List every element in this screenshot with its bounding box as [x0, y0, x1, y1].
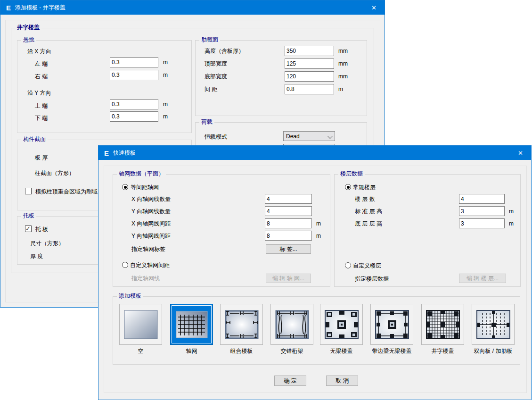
grid-tag-label: 指定轴网标签	[131, 246, 165, 253]
rib-height-input[interactable]	[285, 46, 334, 56]
overhang-bottom-label: 下 端	[35, 115, 48, 122]
group-add-template-caption: 添加模板	[117, 292, 143, 299]
grid-tag-button[interactable]: 标 签...	[266, 244, 311, 254]
group-rib-section-caption: 肋截面	[199, 36, 220, 43]
template-tile-waffle-slab-label: 井字楼盖	[432, 347, 454, 355]
template-tile-grid[interactable]	[170, 304, 213, 345]
equal-spacing-grid-label: 等间距轴网	[131, 184, 159, 191]
template-tile-empty[interactable]	[119, 304, 162, 345]
overhang-right-input[interactable]	[110, 70, 158, 80]
y-grid-spacing-input[interactable]	[265, 231, 312, 241]
overhang-top-input[interactable]	[110, 99, 158, 109]
app-logo-icon: E	[6, 4, 11, 12]
template-composite-slab-icon	[225, 310, 259, 339]
window1-close-icon[interactable]: ✕	[363, 0, 385, 15]
window1-titlebar[interactable]: E 添加模板 - 井字楼盖 ✕	[0, 0, 385, 15]
x-grid-spacing-unit: m	[316, 220, 321, 227]
group-load-caption: 荷载	[199, 118, 214, 125]
dead-load-pattern-select[interactable]: Dead	[283, 131, 335, 141]
typical-story-height-label: 标 准 层 高	[355, 208, 382, 215]
overhang-left-unit: m	[163, 59, 168, 66]
template-empty-icon	[124, 310, 158, 339]
dead-load-pattern-label: 恒载模式	[205, 134, 227, 141]
column-section-label: 柱截面（方形）	[35, 170, 74, 177]
app-logo-icon: E	[104, 149, 109, 157]
x-grid-spacing-input[interactable]	[265, 218, 312, 228]
edit-story-button: 编 辑 楼 层...	[459, 274, 506, 283]
group-grid-data-caption: 轴网数据（平面）	[117, 170, 166, 177]
ok-button[interactable]: 确 定	[274, 376, 306, 386]
rib-spacing-label: 间 距	[205, 86, 217, 93]
template-tile-two-way-ribbed[interactable]	[472, 304, 515, 345]
overhang-dir-x-label: 沿 X 方向	[27, 48, 51, 55]
window2-title: 快速模板	[113, 149, 136, 157]
bottom-story-height-input[interactable]	[459, 218, 505, 228]
rigid-zone-checkbox-label: 模拟柱顶重合区域为刚域	[35, 188, 98, 195]
rib-top-width-label: 顶部宽度	[205, 60, 227, 67]
template-grid-icon	[176, 311, 208, 338]
custom-grid-spacing-radio[interactable]	[122, 262, 128, 268]
bottom-story-height-label: 底 层 层 高	[355, 220, 382, 227]
slab-thickness-label: 板 厚	[35, 154, 48, 161]
template-tile-staggered-truss[interactable]	[270, 304, 313, 345]
rib-top-width-input[interactable]	[285, 58, 334, 69]
y-grid-count-input[interactable]	[265, 206, 312, 216]
group-member-section-caption: 构件截面	[21, 136, 48, 142]
custom-story-radio[interactable]	[345, 262, 351, 268]
custom-grid-spacing-label: 自定义轴网间距	[130, 262, 170, 269]
drop-panel-checkbox-label: 托 板	[35, 226, 48, 233]
equal-spacing-grid-radio[interactable]	[122, 184, 128, 190]
x-grid-count-input[interactable]	[265, 194, 312, 204]
rib-spacing-unit: m	[338, 86, 343, 92]
overhang-dir-y-label: 沿 Y 方向	[27, 90, 51, 97]
template-tile-staggered-truss-label: 交错桁架	[281, 347, 303, 355]
drop-panel-checkbox[interactable]	[25, 226, 32, 232]
overhang-bottom-unit: m	[163, 113, 168, 120]
overhang-right-unit: m	[163, 72, 168, 78]
specify-grid-lines-label: 指定轴网线	[131, 275, 160, 282]
rib-height-unit: mm	[338, 48, 348, 54]
dead-load-pattern-value: Dead	[286, 133, 300, 140]
y-grid-spacing-label: Y 向轴网线间距	[131, 233, 171, 240]
template-tile-flat-slab-edge-beam[interactable]	[370, 304, 413, 345]
typical-story-height-unit: m	[509, 208, 514, 215]
window-quick-template: E 快速模板 ✕ 轴网数据（平面） 等间距轴网 X 向轴网线数量 Y 向轴网线数…	[98, 145, 532, 400]
group-drop-panel-caption: 托板	[21, 212, 36, 219]
cancel-button[interactable]: 取 消	[326, 376, 358, 386]
rib-spacing-input[interactable]	[285, 84, 334, 94]
specify-story-data-label: 指定楼层数据	[355, 276, 389, 283]
window2-close-icon[interactable]: ✕	[510, 146, 531, 160]
window1-title: 添加模板 - 井字楼盖	[15, 4, 65, 12]
template-tile-composite-slab[interactable]	[220, 304, 263, 345]
template-tile-flat-slab-label: 无梁楼盖	[330, 347, 353, 355]
chevron-down-icon	[327, 134, 333, 139]
rib-bottom-width-input[interactable]	[285, 71, 334, 82]
story-count-input[interactable]	[459, 194, 505, 204]
template-tile-flat-slab-edge-beam-label: 带边梁无梁楼盖	[372, 347, 412, 355]
overhang-bottom-input[interactable]	[110, 111, 158, 122]
rigid-zone-checkbox[interactable]	[25, 188, 32, 194]
rib-top-width-unit: mm	[338, 60, 348, 67]
overhang-top-label: 上 端	[35, 102, 48, 109]
overhang-left-input[interactable]	[110, 57, 158, 67]
template-tile-waffle-slab[interactable]	[421, 304, 464, 345]
overhang-left-label: 左 端	[35, 60, 48, 67]
rib-height-label: 高度（含板厚）	[205, 48, 244, 55]
group-overhang-caption: 悬挑	[21, 36, 36, 43]
template-two-way-ribbed-icon	[476, 310, 510, 339]
window2-titlebar[interactable]: E 快速模板 ✕	[98, 146, 531, 160]
template-tile-empty-label: 空	[138, 347, 144, 355]
group-waffle-slab-caption: 井字楼盖	[15, 24, 41, 31]
typical-story-height-input[interactable]	[459, 206, 505, 216]
rib-bottom-width-unit: mm	[338, 73, 348, 80]
template-tile-grid-label: 轴网	[186, 347, 197, 355]
overhang-top-unit: m	[163, 101, 168, 108]
regular-story-radio[interactable]	[345, 184, 351, 190]
template-flat-slab-icon	[325, 310, 359, 339]
edit-grid-button: 编 辑 轴 网...	[266, 274, 311, 283]
template-tile-flat-slab[interactable]	[320, 304, 363, 345]
overhang-right-label: 右 端	[35, 73, 48, 80]
regular-story-label: 常规楼层	[353, 184, 376, 191]
bottom-story-height-unit: m	[509, 220, 514, 227]
rib-bottom-width-label: 底部宽度	[205, 73, 227, 80]
